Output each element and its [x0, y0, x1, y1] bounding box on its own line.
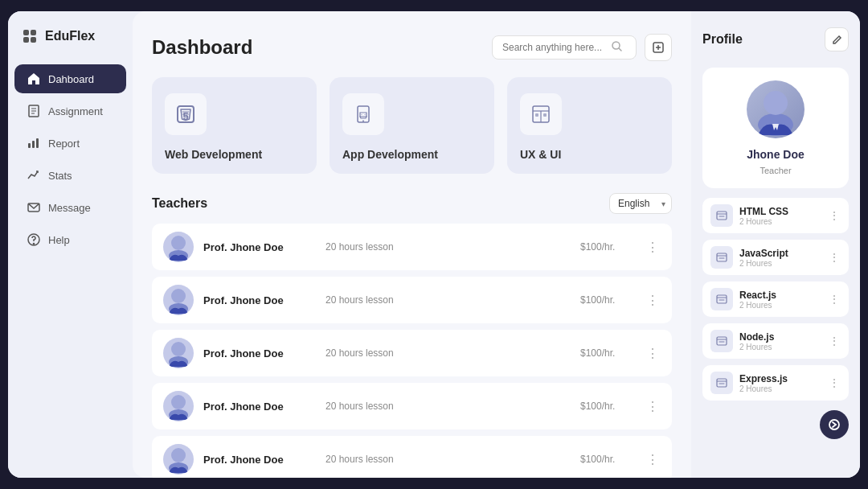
course-more-button[interactable]: ⋮	[829, 293, 841, 306]
avatar	[163, 444, 194, 475]
svg-rect-51	[717, 337, 727, 345]
list-item: JavaScript 2 Houres ⋮	[702, 240, 849, 275]
avatar	[163, 338, 194, 368]
sidebar-item-stats[interactable]: Stats	[14, 161, 126, 190]
teacher-hours: 20 hours lesson	[326, 241, 571, 253]
language-select[interactable]: English French Spanish	[609, 193, 672, 214]
profile-action-button[interactable]	[820, 410, 849, 439]
web-dev-label: Web Development	[165, 148, 262, 161]
course-more-button[interactable]: ⋮	[829, 376, 841, 389]
svg-rect-10	[36, 138, 39, 148]
profile-panel: Profile Jhone Doe Teacher	[691, 11, 860, 478]
sidebar-item-report[interactable]: Report	[14, 129, 126, 158]
teacher-more-button[interactable]: ⋮	[646, 240, 661, 255]
profile-edit-button[interactable]	[825, 27, 849, 51]
course-icon	[710, 288, 733, 310]
course-name: React.js	[739, 290, 822, 301]
course-info: Node.js 2 Houres	[739, 331, 822, 351]
svg-rect-42	[717, 212, 727, 220]
logo-icon	[21, 27, 39, 45]
teacher-rate: $100/hr.	[580, 347, 637, 359]
svg-rect-8	[28, 143, 31, 148]
list-item: HTML CSS 2 Houres ⋮	[702, 198, 849, 233]
sidebar-item-help[interactable]: Help	[14, 225, 126, 254]
svg-line-15	[619, 48, 621, 51]
header-actions	[492, 34, 672, 61]
svg-rect-0	[23, 30, 29, 35]
svg-rect-3	[31, 37, 36, 43]
share-button[interactable]	[645, 34, 672, 61]
teacher-more-button[interactable]: ⋮	[646, 293, 661, 308]
course-hours: 2 Houres	[739, 384, 822, 393]
svg-point-57	[829, 420, 839, 429]
course-name: Node.js	[739, 331, 822, 343]
svg-rect-2	[23, 37, 29, 43]
ux-ui-icon	[520, 93, 562, 135]
search-input[interactable]	[502, 42, 607, 53]
profile-name: Jhone Doe	[747, 148, 805, 161]
web-dev-icon: 5 CSS	[165, 93, 207, 135]
course-info: HTML CSS 2 Houres	[739, 206, 822, 226]
avatar	[163, 285, 194, 315]
svg-rect-54	[717, 379, 727, 387]
sidebar-label-message: Message	[48, 202, 91, 214]
teacher-more-button[interactable]: ⋮	[646, 346, 661, 361]
list-item: Express.js 2 Houres ⋮	[702, 365, 849, 401]
course-name: HTML CSS	[739, 206, 822, 217]
avatar	[163, 232, 194, 262]
teacher-hours: 20 hours lesson	[326, 401, 571, 412]
sidebar-label-assignment: Assignment	[48, 105, 103, 117]
stats-icon	[27, 169, 40, 182]
table-row: Prof. Jhone Doe 20 hours lesson $100/hr.…	[152, 383, 672, 429]
course-name: Express.js	[739, 373, 822, 384]
language-select-wrap[interactable]: English French Spanish	[609, 193, 672, 214]
teacher-rate: $100/hr.	[580, 401, 637, 412]
course-icon	[710, 330, 733, 352]
sidebar-item-message[interactable]: Message	[14, 193, 126, 222]
teachers-section-title: Teachers	[152, 196, 207, 211]
course-card-app-dev[interactable]: App Development	[330, 77, 494, 174]
report-icon	[27, 137, 40, 150]
course-more-button[interactable]: ⋮	[829, 209, 841, 222]
teacher-more-button[interactable]: ⋮	[646, 399, 661, 414]
svg-point-13	[33, 243, 34, 244]
search-bar[interactable]	[492, 35, 637, 60]
course-card-ux-ui[interactable]: UX & UI	[507, 77, 672, 174]
teacher-name: Prof. Jhone Doe	[203, 347, 316, 360]
sidebar-item-dashboard[interactable]: Dahboard	[14, 64, 126, 93]
svg-rect-28	[535, 113, 538, 117]
profile-role: Teacher	[760, 166, 791, 175]
course-more-button[interactable]: ⋮	[829, 335, 841, 347]
teacher-hours: 20 hours lesson	[326, 347, 571, 359]
table-row: Prof. Jhone Doe 20 hours lesson $100/hr.…	[152, 330, 672, 376]
svg-point-24	[365, 114, 366, 115]
course-icon	[710, 372, 733, 394]
avatar	[747, 80, 805, 138]
sidebar-label-dashboard: Dahboard	[48, 73, 94, 85]
svg-rect-1	[31, 30, 36, 35]
profile-header: Profile	[702, 27, 849, 51]
course-card-web-dev[interactable]: 5 CSS Web Development	[152, 77, 317, 174]
teacher-name: Prof. Jhone Doe	[203, 454, 316, 466]
svg-point-39	[171, 448, 186, 462]
sidebar-item-assignment[interactable]: Assignment	[14, 97, 126, 125]
teacher-rate: $100/hr.	[580, 454, 637, 465]
teacher-more-button[interactable]: ⋮	[646, 452, 661, 467]
teacher-rate: $100/hr.	[580, 241, 637, 253]
profile-title: Profile	[702, 32, 743, 47]
app-container: EduFlex Dahboard Assignment	[8, 11, 860, 478]
course-more-button[interactable]: ⋮	[829, 251, 841, 264]
svg-point-23	[362, 114, 362, 115]
assignment-icon	[27, 105, 40, 117]
list-item: Node.js 2 Houres ⋮	[702, 323, 849, 359]
table-row: Prof. Jhone Doe 20 hours lesson $100/hr.…	[152, 436, 672, 478]
sidebar: EduFlex Dahboard Assignment	[8, 11, 133, 478]
profile-card: Jhone Doe Teacher	[702, 68, 849, 188]
course-info: Express.js 2 Houres	[739, 373, 822, 393]
profile-course-list: HTML CSS 2 Houres ⋮ JavaScript 2 Houres …	[702, 198, 849, 401]
svg-point-22	[362, 121, 364, 122]
course-icon	[710, 246, 733, 269]
list-item: React.js 2 Houres ⋮	[702, 281, 849, 317]
help-icon	[27, 233, 40, 246]
message-icon	[27, 201, 40, 214]
